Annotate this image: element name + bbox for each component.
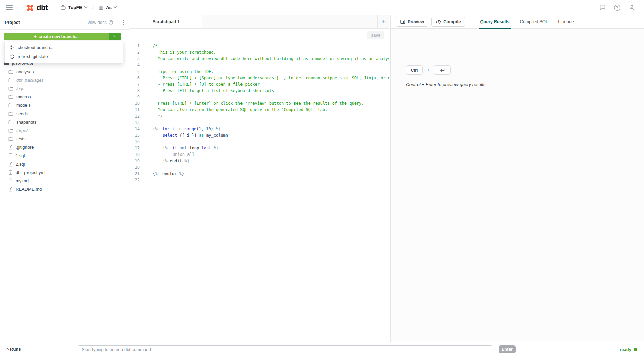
tree-item-1-sql[interactable]: 1.sql bbox=[0, 151, 130, 160]
file-icon bbox=[8, 187, 13, 192]
dbt-logo[interactable]: dbt bbox=[25, 3, 48, 13]
tree-item-models[interactable]: models bbox=[0, 101, 130, 109]
folder-icon bbox=[8, 70, 13, 74]
code-line[interactable]: 1/* bbox=[130, 43, 389, 49]
tree-item-label: snapshots bbox=[16, 120, 36, 125]
project-panel-header: Project view docs bbox=[0, 15, 130, 30]
code-line[interactable]: 12 */ bbox=[130, 113, 389, 120]
folder-icon bbox=[8, 86, 13, 91]
results-tab-query-results[interactable]: Query Results bbox=[479, 15, 510, 28]
status-dot-icon bbox=[634, 348, 637, 351]
preview-label: Preview bbox=[408, 19, 424, 24]
project-selector[interactable]: As bbox=[98, 5, 116, 10]
line-content: Tips for using the IDE: bbox=[144, 69, 214, 75]
preview-button[interactable]: Preview bbox=[396, 17, 428, 27]
code-line[interactable]: 8 - Press [F1] to get a list of keyboard… bbox=[130, 88, 389, 94]
tree-item-my-md[interactable]: my.md bbox=[0, 177, 130, 185]
line-number: 21 bbox=[130, 171, 144, 177]
project-menu-kebab-icon[interactable] bbox=[120, 18, 127, 26]
code-line[interactable]: 20 bbox=[130, 164, 389, 171]
results-toolbar: Preview Compile Query ResultsCompiled SQ… bbox=[391, 15, 644, 29]
help-icon[interactable] bbox=[613, 4, 621, 11]
code-line[interactable]: 11 You can also review the generated SQL… bbox=[130, 107, 389, 113]
tree-item-label: dbt_project.yml bbox=[16, 170, 45, 175]
account-selector[interactable]: TopFE bbox=[60, 5, 87, 10]
dbt-ide-app: dbt TopFE / As Project view docs bbox=[0, 0, 644, 355]
code-line[interactable]: 6 - Press [CTRL] + [Space] or type two u… bbox=[130, 75, 389, 81]
code-line[interactable]: 7 - Press [CTRL] + [O] to open a file pi… bbox=[130, 81, 389, 88]
tab-scratchpad-1[interactable]: Scratchpad 1 bbox=[130, 15, 202, 28]
line-number: 10 bbox=[130, 100, 144, 107]
hamburger-menu-icon[interactable] bbox=[6, 4, 13, 11]
save-button[interactable]: save bbox=[367, 31, 384, 39]
line-content: {%- for i in range(1, 10) %} bbox=[144, 126, 220, 132]
plus-icon: + bbox=[34, 34, 36, 39]
code-line[interactable]: 19 {% endif %} bbox=[130, 158, 389, 164]
tree-item-2-sql[interactable]: 2.sql bbox=[0, 160, 130, 168]
chevron-down-icon bbox=[114, 5, 117, 8]
dbt-command-input[interactable] bbox=[78, 345, 492, 353]
new-tab-button[interactable]: + bbox=[377, 15, 389, 28]
feedback-chat-icon[interactable] bbox=[599, 4, 606, 11]
code-line[interactable]: 14{%- for i in range(1, 10) %} bbox=[130, 126, 389, 132]
help-circle-icon bbox=[108, 20, 113, 25]
tree-item-logs[interactable]: logs bbox=[0, 84, 130, 93]
tree-item-seeds[interactable]: seeds bbox=[0, 109, 130, 118]
file-explorer-sidebar: Project view docs + create new branch...… bbox=[0, 15, 130, 342]
code-line[interactable]: 22 bbox=[130, 177, 389, 183]
line-number: 1 bbox=[130, 43, 144, 49]
code-line[interactable]: 10 Press [CTRL] + [Enter] or click the '… bbox=[130, 100, 389, 107]
code-editor[interactable]: 1/*2 This is your scratchpad.3 You can w… bbox=[130, 42, 389, 342]
tree-item-dbt-project-yml[interactable]: dbt_project.yml bbox=[0, 168, 130, 177]
table-icon bbox=[400, 19, 405, 24]
menu-item-checkout-branch[interactable]: checkout branch... bbox=[5, 43, 123, 52]
runs-label: Runs bbox=[10, 347, 21, 352]
file-icon bbox=[8, 178, 13, 183]
tree-item-snapshots[interactable]: snapshots bbox=[0, 118, 130, 126]
code-line[interactable]: 13 bbox=[130, 120, 389, 126]
status-indicator: ready bbox=[620, 343, 637, 355]
tree-item-analyses[interactable]: analyses bbox=[0, 68, 130, 76]
results-tab-compiled-sql[interactable]: Compiled SQL bbox=[519, 15, 549, 28]
menu-item-refresh-git-state[interactable]: refresh git state bbox=[5, 52, 123, 61]
tree-item-dbt-packages[interactable]: dbt_packages bbox=[0, 76, 130, 84]
line-number: 9 bbox=[130, 94, 144, 100]
plus-sign: + bbox=[427, 68, 430, 73]
code-line[interactable]: 3 You can write and preview dbt code her… bbox=[130, 56, 389, 62]
line-number: 4 bbox=[130, 62, 144, 69]
line-number: 12 bbox=[130, 113, 144, 120]
line-content: */ bbox=[144, 113, 163, 120]
user-icon[interactable] bbox=[628, 4, 635, 11]
tree-item-readme-md[interactable]: README.md bbox=[0, 185, 130, 193]
compile-button[interactable]: Compile bbox=[431, 17, 465, 27]
bottom-bar: Runs Enter ready bbox=[0, 343, 644, 355]
line-content: - Press [F1] to get a list of keyboard s… bbox=[144, 88, 274, 94]
code-line[interactable]: 15 select {{ i }} as my_column bbox=[130, 132, 389, 139]
dbt-logo-icon bbox=[25, 3, 35, 13]
code-line[interactable]: 4 bbox=[130, 62, 389, 69]
code-line[interactable]: 17 {%- if not loop.last %} bbox=[130, 145, 389, 151]
view-docs-link[interactable]: view docs bbox=[88, 20, 113, 25]
tree-item--gitignore[interactable]: .gitignore bbox=[0, 143, 130, 151]
tree-item-macros[interactable]: macros bbox=[0, 93, 130, 101]
brand-text: dbt bbox=[37, 3, 48, 12]
branch-dropdown-toggle[interactable] bbox=[109, 33, 121, 40]
code-line[interactable]: 16 bbox=[130, 139, 389, 145]
create-branch-button[interactable]: + create new branch... bbox=[4, 33, 121, 40]
line-content: - Press [CTRL] + [Space] or type two und… bbox=[144, 75, 389, 81]
tree-item-label: dbt_packages bbox=[16, 78, 44, 83]
code-line[interactable]: 9 bbox=[130, 94, 389, 100]
code-line[interactable]: 21{%- endfor %} bbox=[130, 171, 389, 177]
code-line[interactable]: 18 union all bbox=[130, 151, 389, 158]
line-number: 8 bbox=[130, 88, 144, 94]
results-tab-lineage[interactable]: Lineage bbox=[557, 15, 574, 28]
tree-item-label: analyses bbox=[16, 69, 34, 74]
file-icon bbox=[8, 145, 13, 150]
runs-toggle[interactable]: Runs bbox=[6, 347, 21, 352]
code-line[interactable]: 2 This is your scratchpad. bbox=[130, 49, 389, 56]
enter-button[interactable]: Enter bbox=[499, 345, 516, 353]
tree-item-tests[interactable]: tests bbox=[0, 135, 130, 143]
code-line[interactable]: 5 Tips for using the IDE: bbox=[130, 69, 389, 75]
line-number: 6 bbox=[130, 75, 144, 81]
tree-item-target[interactable]: target bbox=[0, 126, 130, 135]
